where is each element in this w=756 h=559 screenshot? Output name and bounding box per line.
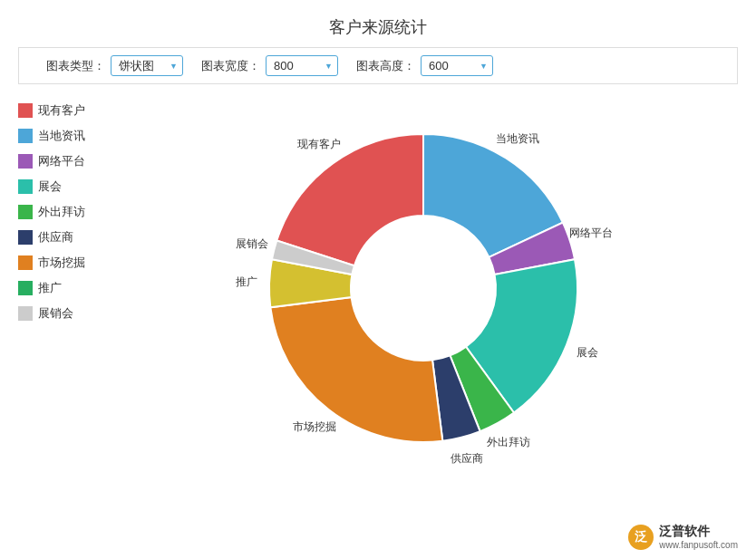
- chart-height-label: 图表高度：: [356, 58, 415, 74]
- chart-width-select-wrapper[interactable]: 800 600 700 900: [266, 55, 338, 76]
- donut-label: 市场挖掘: [293, 420, 336, 433]
- legend-item: 现有客户: [18, 102, 100, 119]
- legend-color: [18, 281, 33, 295]
- chart-type-select[interactable]: 饼状图 柱状图 折线图: [111, 55, 183, 76]
- legend-color: [18, 129, 33, 143]
- legend-label: 市场挖掘: [38, 255, 85, 271]
- legend-label: 外出拜访: [38, 204, 85, 220]
- chart-area: 现有客户 当地资讯 网络平台 展会 外出拜访 供应商 市场挖掘 推广 展销会: [0, 93, 756, 483]
- chart-width-label: 图表宽度：: [201, 58, 260, 74]
- chart-width-select[interactable]: 800 600 700 900: [266, 55, 338, 76]
- controls-bar: 图表类型： 饼状图 柱状图 折线图 图表宽度： 800 600 700 900 …: [18, 47, 738, 84]
- legend-item: 当地资讯: [18, 128, 100, 144]
- donut-label: 网络平台: [569, 226, 613, 239]
- legend-label: 推广: [38, 280, 62, 296]
- donut-label: 展销会: [236, 237, 268, 250]
- donut-label: 供应商: [451, 452, 483, 465]
- donut-segment: [276, 134, 423, 265]
- legend-label: 供应商: [38, 229, 73, 246]
- legend-item: 市场挖掘: [18, 255, 100, 271]
- donut-chart: 现有客户当地资讯网络平台展会外出拜访供应商市场挖掘推广展销会: [233, 98, 614, 478]
- watermark-main: 泛普软件: [659, 524, 710, 540]
- legend-item: 展会: [18, 178, 100, 195]
- donut-container: 现有客户当地资讯网络平台展会外出拜访供应商市场挖掘推广展销会: [109, 93, 738, 483]
- page-title: 客户来源统计: [0, 0, 756, 47]
- chart-height-select[interactable]: 600 400 500 700: [421, 55, 493, 76]
- legend-color: [18, 154, 33, 169]
- legend-color: [18, 230, 33, 245]
- legend-color: [18, 103, 33, 118]
- watermark-sub: www.fanpusoft.com: [659, 540, 738, 550]
- watermark: 泛 泛普软件 www.fanpusoft.com: [628, 524, 738, 550]
- legend-item: 外出拜访: [18, 204, 100, 220]
- legend-color: [18, 205, 33, 219]
- legend-item: 展销会: [18, 305, 100, 322]
- legend: 现有客户 当地资讯 网络平台 展会 外出拜访 供应商 市场挖掘 推广 展销会: [18, 93, 100, 483]
- chart-width-group: 图表宽度： 800 600 700 900: [201, 55, 338, 76]
- chart-type-group: 图表类型： 饼状图 柱状图 折线图: [46, 55, 183, 76]
- donut-label: 推广: [236, 275, 257, 288]
- legend-color: [18, 179, 33, 194]
- watermark-text: 泛普软件 www.fanpusoft.com: [659, 524, 738, 550]
- donut-label: 展会: [577, 346, 598, 359]
- chart-type-select-wrapper[interactable]: 饼状图 柱状图 折线图: [111, 55, 183, 76]
- watermark-logo: 泛: [628, 525, 654, 550]
- chart-height-group: 图表高度： 600 400 500 700: [356, 55, 493, 76]
- legend-label: 网络平台: [38, 153, 85, 169]
- legend-label: 现有客户: [38, 102, 85, 119]
- legend-item: 供应商: [18, 229, 100, 246]
- donut-label: 当地资讯: [496, 132, 539, 145]
- donut-label: 外出拜访: [487, 436, 530, 448]
- legend-label: 展销会: [38, 305, 73, 322]
- donut-label: 现有客户: [297, 138, 341, 150]
- legend-label: 当地资讯: [38, 128, 85, 144]
- chart-height-select-wrapper[interactable]: 600 400 500 700: [421, 55, 493, 76]
- legend-item: 网络平台: [18, 153, 100, 169]
- legend-item: 推广: [18, 280, 100, 296]
- legend-color: [18, 306, 33, 321]
- legend-color: [18, 255, 33, 270]
- chart-type-label: 图表类型：: [46, 58, 105, 74]
- legend-label: 展会: [38, 178, 62, 195]
